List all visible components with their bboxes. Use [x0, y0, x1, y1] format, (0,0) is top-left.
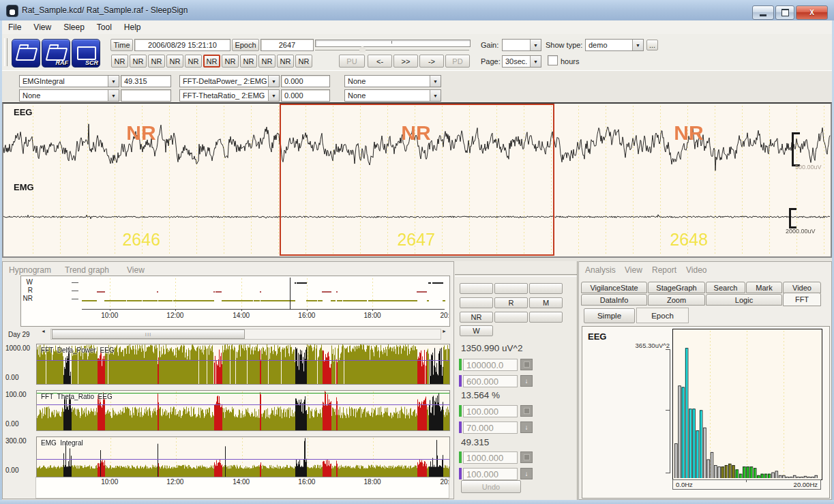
lower-threshold-apply-button-0[interactable]: ↓: [520, 375, 533, 387]
tab-fft[interactable]: FFT: [783, 293, 821, 306]
stage-assign-button-empty-1-0[interactable]: [460, 297, 493, 308]
tab-zoom[interactable]: Zoom: [648, 294, 705, 306]
upper-threshold-input-0[interactable]: 100000.0: [463, 359, 518, 371]
upper-threshold-button-2[interactable]: [520, 451, 533, 463]
tab-mark[interactable]: Mark: [746, 282, 782, 293]
tab-search[interactable]: Search: [706, 282, 745, 293]
upper-threshold-input-1[interactable]: 100.000: [463, 405, 518, 417]
nav-button-[interactable]: ->: [419, 55, 444, 68]
open-scr-button[interactable]: SCR: [72, 39, 100, 68]
fft-channel-label: EEG: [588, 331, 606, 342]
chevron-down-icon[interactable]: ▼: [632, 40, 643, 50]
menu-tool[interactable]: Tool: [91, 20, 118, 34]
scroll-left-arrow[interactable]: ◄: [41, 329, 50, 340]
menu-view[interactable]: View: [27, 20, 57, 34]
stage-assign-button-empty-0-1[interactable]: [494, 283, 528, 294]
square-icon: [524, 361, 530, 368]
menu-sleep[interactable]: Sleep: [57, 20, 91, 34]
hypnogram-scrollbar-thumb[interactable]: III: [52, 329, 245, 339]
menu-file[interactable]: File: [2, 20, 27, 34]
chevron-down-icon[interactable]: ▼: [430, 90, 441, 101]
tab-video[interactable]: Video: [783, 282, 821, 293]
chevron-down-icon[interactable]: ▼: [530, 40, 541, 50]
page-select[interactable]: 30sec.▼: [502, 55, 541, 68]
open-kcd-button[interactable]: [12, 39, 40, 68]
analysis-menu-view[interactable]: View: [625, 265, 642, 275]
upper-threshold-button-0[interactable]: [520, 359, 533, 370]
analysis-menu-report[interactable]: Report: [652, 265, 676, 275]
stage-button-nr-8[interactable]: NR: [258, 55, 275, 68]
stage-assign-button-empty-0-2[interactable]: [529, 283, 563, 294]
channel-select-r2-c1[interactable]: None▼: [19, 89, 119, 102]
open-raf-button[interactable]: RAF: [42, 39, 70, 68]
panel-menu-view[interactable]: View: [127, 265, 145, 275]
stage-assign-button-empty-2-2[interactable]: [529, 312, 563, 323]
lower-threshold-apply-button-2[interactable]: ↓: [520, 468, 533, 479]
chevron-down-icon[interactable]: ▼: [108, 90, 119, 101]
tab-vigilancestate[interactable]: VigilanceState: [581, 282, 647, 293]
panel-menu-trend-graph[interactable]: Trend graph: [65, 265, 109, 275]
nav-button-pd[interactable]: PD: [445, 55, 470, 68]
channel-select-r2-c3[interactable]: None▼: [344, 89, 441, 102]
chevron-down-icon[interactable]: ▼: [268, 76, 279, 87]
tab-datainfo[interactable]: DataInfo: [581, 294, 647, 306]
tab-stagegraph[interactable]: StageGraph: [648, 282, 705, 293]
panel-menu-hypnogram[interactable]: Hypnogram: [9, 265, 51, 275]
lower-threshold-input-0[interactable]: 600.000: [463, 375, 518, 387]
subtab-simple[interactable]: Simple: [584, 308, 635, 323]
epoch-slider-track[interactable]: [315, 40, 471, 47]
analysis-menu-video[interactable]: Video: [686, 265, 706, 275]
time-button[interactable]: Time: [110, 39, 133, 51]
stage-assign-button-r-1-1[interactable]: R: [494, 297, 528, 308]
stage-button-nr-1[interactable]: NR: [130, 55, 147, 68]
stage-assign-button-w-3-0[interactable]: W: [460, 325, 493, 336]
channel-select-r1-c3[interactable]: None▼: [344, 75, 441, 87]
close-button[interactable]: X: [796, 5, 828, 20]
chevron-down-icon[interactable]: ▼: [430, 76, 441, 87]
epoch-button[interactable]: Epoch: [232, 39, 259, 51]
stage-button-nr-3[interactable]: NR: [166, 55, 183, 68]
channel-select-r2-c2[interactable]: FFT-ThetaRatio_ 2:EMG▼: [179, 89, 280, 102]
lower-threshold-input-2[interactable]: 100.000: [463, 468, 518, 480]
maximize-button[interactable]: [775, 5, 794, 20]
chevron-down-icon[interactable]: ▼: [530, 56, 541, 67]
upper-threshold-input-2[interactable]: 1000.000: [463, 451, 518, 464]
menu-help[interactable]: Help: [118, 20, 147, 34]
scroll-right-arrow[interactable]: ►: [442, 329, 451, 340]
more-options-button[interactable]: ...: [646, 40, 658, 50]
lower-threshold-apply-button-1[interactable]: ↓: [520, 421, 533, 433]
channel-select-r1-c1[interactable]: EMGIntegral▼: [19, 75, 119, 87]
stage-button-nr-9[interactable]: NR: [277, 55, 294, 68]
chevron-down-icon[interactable]: ▼: [108, 76, 119, 87]
lower-threshold-input-1[interactable]: 70.000: [463, 421, 518, 434]
channel-select-r1-c2[interactable]: FFT-DeltaPower_ 2:EMG▼: [179, 75, 280, 87]
undo-button[interactable]: Undo: [461, 480, 521, 493]
stage-button-nr-0[interactable]: NR: [111, 55, 128, 68]
nav-button-[interactable]: <-: [368, 55, 392, 68]
epoch-field[interactable]: 2647: [260, 39, 314, 51]
nav-button-[interactable]: >>: [393, 55, 418, 68]
stage-button-nr-4[interactable]: NR: [185, 55, 202, 68]
stage-assign-button-empty-0-0[interactable]: [460, 283, 493, 294]
fft-y-axis-line: [670, 349, 670, 473]
upper-threshold-button-1[interactable]: [520, 405, 533, 417]
analysis-menu-analysis[interactable]: Analysis: [585, 265, 616, 275]
datetime-field[interactable]: 2006/08/29 15:21:10: [134, 39, 230, 51]
show-type-select[interactable]: demo▼: [585, 39, 644, 51]
stage-button-nr-7[interactable]: NR: [240, 55, 257, 68]
channel-select-value: FFT-ThetaRatio_ 2:EMG: [180, 91, 268, 100]
gain-select[interactable]: ▼: [502, 39, 541, 51]
stage-button-nr-6[interactable]: NR: [222, 55, 239, 68]
stage-button-nr-2[interactable]: NR: [148, 55, 165, 68]
stage-button-nr-10[interactable]: NR: [295, 55, 312, 68]
subtab-epoch[interactable]: Epoch: [636, 308, 689, 323]
hours-checkbox[interactable]: [548, 55, 558, 65]
stage-assign-button-m-1-2[interactable]: M: [529, 297, 563, 308]
stage-button-nr-5[interactable]: NR: [203, 55, 220, 68]
nav-button-pu[interactable]: PU: [339, 55, 365, 68]
stage-assign-button-empty-2-1[interactable]: [494, 312, 528, 323]
stage-assign-button-nr-2-0[interactable]: NR: [460, 312, 493, 323]
minimize-button[interactable]: [752, 5, 774, 20]
chevron-down-icon[interactable]: ▼: [268, 90, 279, 101]
tab-logic[interactable]: Logic: [706, 294, 782, 306]
